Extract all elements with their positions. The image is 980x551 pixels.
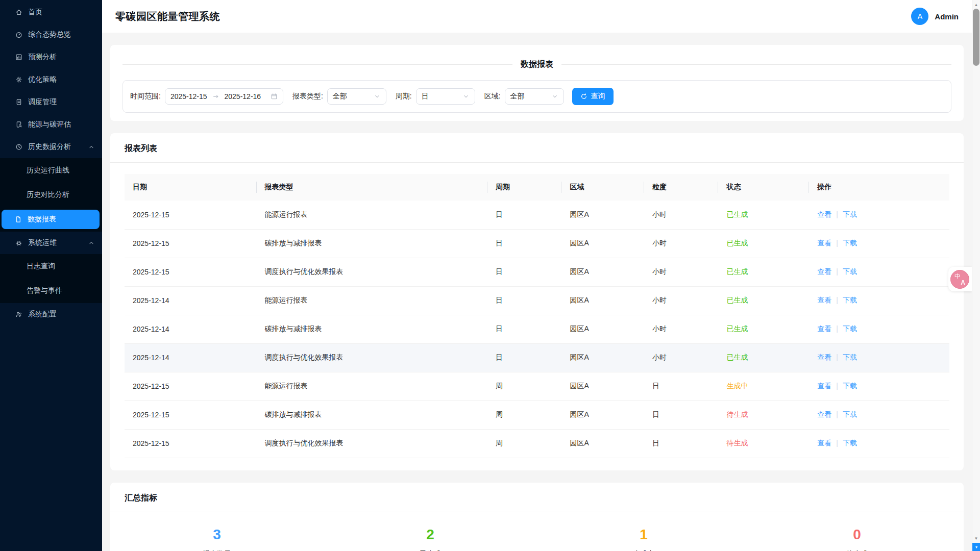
status-cell: 已生成 bbox=[718, 286, 809, 315]
summary-title: 汇总指标 bbox=[110, 493, 964, 504]
sidebar-item-10[interactable]: 系统运维 bbox=[0, 232, 102, 254]
action-separator: | bbox=[836, 353, 838, 361]
region-cell: 园区A bbox=[561, 229, 644, 258]
region-select[interactable]: 全部 bbox=[505, 88, 564, 105]
view-link[interactable]: 查看 bbox=[817, 382, 831, 390]
scrollbar-down-arrow-icon[interactable]: ▼ bbox=[972, 535, 980, 542]
period-cell: 日 bbox=[487, 343, 561, 372]
view-link[interactable]: 查看 bbox=[817, 267, 831, 276]
sidebar-item-13[interactable]: 系统配置 bbox=[0, 303, 102, 325]
view-link[interactable]: 查看 bbox=[817, 239, 831, 247]
period-cell: 日 bbox=[487, 286, 561, 315]
region-cell: 园区A bbox=[561, 201, 644, 229]
refresh-icon bbox=[580, 93, 587, 100]
granularity-cell: 小时 bbox=[644, 258, 718, 286]
status-cell: 已生成 bbox=[718, 201, 809, 229]
summary-card: 汇总指标 3报表数量2已生成1生成中0待生成 bbox=[110, 483, 964, 551]
action-separator: | bbox=[836, 382, 838, 390]
action-separator: | bbox=[836, 439, 838, 447]
scrollbar-corner-button[interactable]: ▾ bbox=[972, 543, 980, 551]
view-link[interactable]: 查看 bbox=[817, 296, 831, 304]
download-link[interactable]: 下载 bbox=[843, 382, 857, 390]
action-separator: | bbox=[836, 239, 838, 247]
date-cell: 2025-12-15 bbox=[125, 229, 257, 258]
download-link[interactable]: 下载 bbox=[843, 439, 857, 447]
download-link[interactable]: 下载 bbox=[843, 410, 857, 418]
sidebar-item-3[interactable]: 优化策略 bbox=[0, 68, 102, 91]
avatar[interactable]: A bbox=[911, 8, 928, 25]
sidebar-item-8[interactable]: 历史对比分析 bbox=[0, 183, 102, 207]
download-link[interactable]: 下载 bbox=[843, 239, 857, 247]
query-button[interactable]: 查询 bbox=[572, 88, 614, 105]
status-badge: 待生成 bbox=[726, 439, 748, 447]
action-separator: | bbox=[836, 410, 838, 418]
report-table-body: 2025-12-15能源运行报表日园区A小时已生成查看|下载2025-12-15… bbox=[125, 201, 949, 458]
region-label: 区域: bbox=[484, 92, 501, 101]
sidebar-item-4[interactable]: 调度管理 bbox=[0, 91, 102, 113]
type-cell: 碳排放与减排报表 bbox=[257, 315, 487, 343]
status-cell: 已生成 bbox=[718, 258, 809, 286]
chevron-down-icon bbox=[551, 93, 558, 100]
sidebar-item-0[interactable]: 首页 bbox=[0, 1, 102, 23]
view-link[interactable]: 查看 bbox=[817, 353, 831, 361]
download-link[interactable]: 下载 bbox=[843, 324, 857, 333]
period-cell: 周 bbox=[487, 429, 561, 458]
view-link[interactable]: 查看 bbox=[817, 439, 831, 447]
sidebar-item-5[interactable]: 能源与碳评估 bbox=[0, 113, 102, 136]
region-cell: 园区A bbox=[561, 258, 644, 286]
status-badge: 已生成 bbox=[726, 353, 748, 361]
filter-card: 数据报表 时间范围: 2025-12-15 2025-12-16 报表类型: 全… bbox=[110, 45, 964, 121]
report-type-group: 报表类型: 全部 bbox=[292, 88, 386, 105]
granularity-cell: 日 bbox=[644, 372, 718, 400]
stat-label: 已生成 bbox=[324, 549, 537, 551]
stat-value: 1 bbox=[537, 528, 750, 542]
translate-float-button[interactable]: 中 A bbox=[948, 267, 972, 291]
status-cell: 已生成 bbox=[718, 343, 809, 372]
summary-stat: 0待生成 bbox=[750, 528, 964, 551]
report-type-select[interactable]: 全部 bbox=[327, 88, 386, 105]
scrollbar-thumb[interactable] bbox=[973, 9, 979, 66]
download-link[interactable]: 下载 bbox=[843, 267, 857, 276]
download-link[interactable]: 下载 bbox=[843, 296, 857, 304]
sidebar-item-11[interactable]: 日志查询 bbox=[0, 254, 102, 279]
sidebar-item-label: 历史运行曲线 bbox=[27, 166, 69, 175]
filter-bar: 时间范围: 2025-12-15 2025-12-16 报表类型: 全部 bbox=[122, 80, 951, 113]
granularity-cell: 日 bbox=[644, 400, 718, 429]
sidebar-item-12[interactable]: 告警与事件 bbox=[0, 279, 102, 303]
user-area[interactable]: A Admin bbox=[911, 8, 959, 25]
report-list-title: 报表列表 bbox=[110, 143, 964, 154]
table-row: 2025-12-15能源运行报表周园区A日生成中查看|下载 bbox=[125, 372, 949, 400]
period-select[interactable]: 日 bbox=[416, 88, 475, 105]
scrollbar-up-arrow-icon[interactable]: ▲ bbox=[972, 1, 980, 8]
region-cell: 园区A bbox=[561, 343, 644, 372]
status-cell: 已生成 bbox=[718, 315, 809, 343]
sidebar-item-9[interactable]: 数据报表 bbox=[0, 207, 102, 232]
view-link[interactable]: 查看 bbox=[817, 210, 831, 218]
chevron-up-icon bbox=[88, 239, 95, 246]
date-range-input[interactable]: 2025-12-15 2025-12-16 bbox=[165, 88, 283, 105]
app-title: 零碳园区能量管理系统 bbox=[115, 10, 220, 23]
action-separator: | bbox=[836, 210, 838, 218]
granularity-cell: 小时 bbox=[644, 343, 718, 372]
column-header: 粒度 bbox=[644, 174, 718, 201]
sidebar-item-label: 日志查询 bbox=[27, 262, 55, 271]
sidebar-item-2[interactable]: 预测分析 bbox=[0, 46, 102, 68]
sidebar-item-1[interactable]: 综合态势总览 bbox=[0, 23, 102, 46]
chevron-down-icon bbox=[374, 93, 381, 100]
sidebar-item-7[interactable]: 历史运行曲线 bbox=[0, 158, 102, 183]
section-divider: 数据报表 bbox=[122, 59, 951, 70]
scrollbar[interactable]: ▲ ▼ ▾ bbox=[972, 0, 980, 551]
type-cell: 调度执行与优化效果报表 bbox=[257, 258, 487, 286]
summary-stat: 2已生成 bbox=[324, 528, 537, 551]
calendar-icon bbox=[271, 93, 278, 100]
download-link[interactable]: 下载 bbox=[843, 353, 857, 361]
type-cell: 调度执行与优化效果报表 bbox=[257, 343, 487, 372]
sidebar-item-label: 综合态势总览 bbox=[28, 30, 71, 39]
download-link[interactable]: 下载 bbox=[843, 210, 857, 218]
status-cell: 待生成 bbox=[718, 429, 809, 458]
actions-cell: 查看|下载 bbox=[809, 315, 949, 343]
actions-cell: 查看|下载 bbox=[809, 429, 949, 458]
view-link[interactable]: 查看 bbox=[817, 410, 831, 418]
sidebar-item-6[interactable]: 历史数据分析 bbox=[0, 136, 102, 158]
view-link[interactable]: 查看 bbox=[817, 324, 831, 333]
